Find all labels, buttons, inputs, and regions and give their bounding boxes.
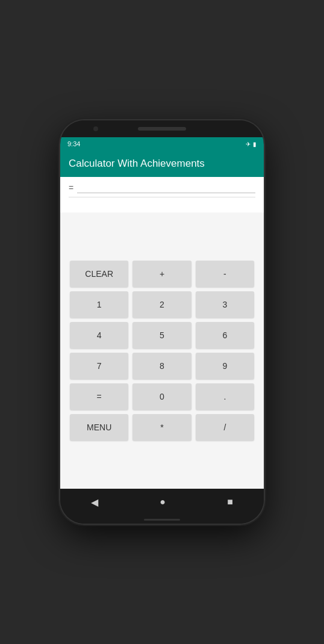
display-result-row <box>69 197 255 209</box>
app-content: = CLEAR + - 1 2 3 4 5 6 <box>60 177 264 489</box>
three-button[interactable]: 3 <box>196 291 254 318</box>
btn-row-6: MENU * / <box>70 414 254 441</box>
status-bar: 9:34 ✈ ▮ <box>60 137 264 150</box>
btn-row-4: 7 8 9 <box>70 353 254 379</box>
app-title: Calculator With Achievements <box>69 158 205 170</box>
status-time: 9:34 <box>67 140 80 147</box>
phone-bottom-bar <box>60 515 264 524</box>
seven-button[interactable]: 7 <box>70 353 128 379</box>
zero-button[interactable]: 0 <box>132 383 191 410</box>
phone-top-bar <box>60 120 264 137</box>
phone-bottom-line <box>144 519 180 521</box>
divide-button[interactable]: / <box>196 414 254 441</box>
btn-row-1: CLEAR + - <box>70 261 254 287</box>
menu-button[interactable]: MENU <box>70 414 128 441</box>
plus-button[interactable]: + <box>132 261 191 287</box>
calculator-buttons: CLEAR + - 1 2 3 4 5 6 7 8 9 = 0 <box>60 212 264 489</box>
btn-row-2: 1 2 3 <box>70 291 254 318</box>
five-button[interactable]: 5 <box>132 322 191 348</box>
back-nav-button[interactable]: ◀ <box>81 492 108 513</box>
display-input[interactable] <box>77 182 255 193</box>
eight-button[interactable]: 8 <box>132 353 191 379</box>
display-area: = <box>60 177 264 212</box>
status-icons: ✈ ▮ <box>246 141 257 147</box>
clear-button[interactable]: CLEAR <box>70 261 128 287</box>
display-equals-sign: = <box>69 183 73 193</box>
minus-button[interactable]: - <box>196 261 254 287</box>
btn-row-5: = 0 . <box>70 383 254 410</box>
app-header: Calculator With Achievements <box>60 150 264 177</box>
phone-speaker <box>138 127 186 131</box>
battery-icon: ▮ <box>253 141 257 147</box>
six-button[interactable]: 6 <box>196 322 254 348</box>
nav-bar: ◀ ● ■ <box>60 489 264 515</box>
home-nav-button[interactable]: ● <box>150 492 175 512</box>
equals-button[interactable]: = <box>70 383 128 410</box>
dot-button[interactable]: . <box>196 383 254 410</box>
multiply-button[interactable]: * <box>132 414 191 441</box>
phone-frame: 9:34 ✈ ▮ Calculator With Achievements = … <box>60 120 264 524</box>
nine-button[interactable]: 9 <box>196 353 254 379</box>
phone-camera <box>93 126 98 131</box>
display-equals-row: = <box>69 182 255 193</box>
two-button[interactable]: 2 <box>132 291 191 318</box>
airplane-icon: ✈ <box>246 141 251 147</box>
one-button[interactable]: 1 <box>70 291 128 318</box>
four-button[interactable]: 4 <box>70 322 128 348</box>
btn-row-3: 4 5 6 <box>70 322 254 348</box>
recent-nav-button[interactable]: ■ <box>217 492 243 512</box>
